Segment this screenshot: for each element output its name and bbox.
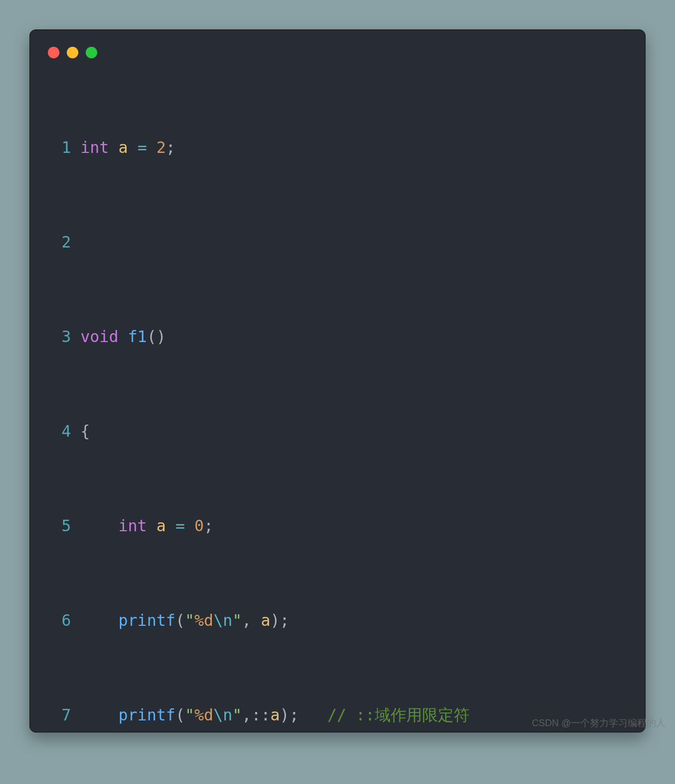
code-line: 3void f1() <box>45 321 630 353</box>
code-block: 1int a = 2; 2 3void f1() 4{ 5 int a = 0;… <box>45 69 630 733</box>
code-line: 4{ <box>45 416 630 447</box>
code-line: 2 <box>45 226 630 258</box>
line-number: 1 <box>45 132 80 163</box>
line-number: 5 <box>45 510 80 542</box>
line-number: 3 <box>45 321 80 353</box>
code-window: 1int a = 2; 2 3void f1() 4{ 5 int a = 0;… <box>29 29 646 733</box>
minimize-icon[interactable] <box>67 47 78 58</box>
code-comment: // ::域作用限定符 <box>328 706 469 724</box>
line-number: 2 <box>45 226 80 258</box>
line-number: 7 <box>45 699 80 731</box>
line-number: 6 <box>45 605 80 636</box>
close-icon[interactable] <box>48 47 59 58</box>
code-line: 5 int a = 0; <box>45 510 630 542</box>
code-line: 1int a = 2; <box>45 132 630 163</box>
watermark-text: CSDN @一个努力学习编程的人 <box>532 717 666 729</box>
code-line: 6 printf("%d\n", a); <box>45 605 630 636</box>
line-number: 4 <box>45 416 80 447</box>
maximize-icon[interactable] <box>86 47 97 58</box>
window-titlebar <box>45 44 630 69</box>
